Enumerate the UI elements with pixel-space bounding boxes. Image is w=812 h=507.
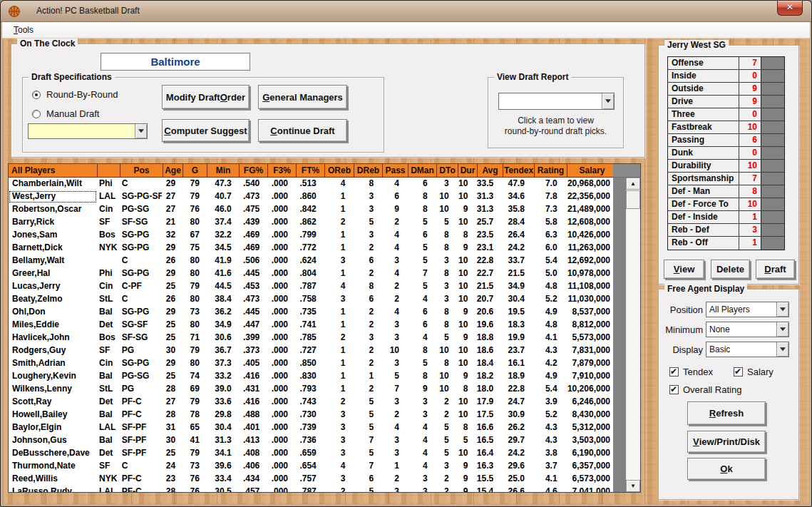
table-row[interactable]: Johnson,GusBalSF-PF304131.3.413.000.7363…: [9, 434, 613, 447]
stat-row: Sportsmanship7: [668, 173, 784, 185]
overall-rating-checkbox[interactable]: [669, 385, 679, 394]
chevron-down-icon[interactable]: [776, 342, 788, 357]
column-header-rating[interactable]: Rating: [535, 164, 567, 178]
vertical-scrollbar[interactable]: ▲ ▼: [626, 178, 640, 492]
refresh-button[interactable]: Refresh: [687, 401, 766, 425]
stat-value: 9: [739, 96, 761, 108]
table-row[interactable]: Rodgers,GuySFPG307936.7.373.000.72712108…: [9, 344, 613, 357]
column-header-fg-[interactable]: FG%: [240, 164, 268, 178]
column-header-ft-[interactable]: FT%: [297, 164, 325, 178]
overall-rating-label[interactable]: Overall Rating: [683, 384, 741, 395]
stat-label: Reb - Def: [668, 224, 739, 236]
general-managers-button[interactable]: General Managers: [258, 85, 347, 109]
stat-label: Passing: [668, 134, 739, 146]
scroll-up-icon[interactable]: ▲: [626, 178, 640, 190]
column-header-min[interactable]: Min: [207, 164, 240, 178]
manual-draft-combo-value: [29, 124, 135, 138]
stat-value: 0: [739, 108, 761, 121]
stat-row: Fastbreak10: [668, 121, 784, 134]
modify-draft-order-button[interactable]: Modify Draft Order: [162, 85, 250, 109]
draft-button[interactable]: Draft: [756, 260, 795, 279]
close-button[interactable]: ✕: [777, 1, 803, 16]
table-row[interactable]: Reed,WillisNYKPF-C237633.4.434.000.75736…: [9, 473, 613, 486]
table-row[interactable]: Thurmond,NateSFC247339.6.406.000.6544714…: [9, 460, 613, 473]
column-header-tendex[interactable]: Tendex: [503, 164, 535, 178]
computer-suggest-button[interactable]: Computer Suggest: [162, 119, 250, 142]
title-bar[interactable]: Action! PC Basketball Draft ✕: [1, 1, 811, 22]
column-header-g[interactable]: G: [183, 164, 207, 178]
table-row[interactable]: Wilkens,LennyStLPG286939.0.431.000.79312…: [9, 383, 613, 396]
table-row[interactable]: Miles,EddieDetSG-SF258034.9.447.000.7411…: [9, 319, 613, 332]
table-row[interactable]: Barry,RickSFSF-SG218037.4.439.000.862252…: [9, 216, 613, 229]
column-header-avg[interactable]: Avg: [478, 164, 503, 178]
table-row[interactable]: Havlicek,JohnBosSF-SG257130.6.399.000.78…: [9, 332, 613, 344]
basketball-icon: [9, 6, 20, 17]
view-draft-report-group: View Draft Report Click a team to view r…: [488, 77, 624, 148]
view-print-disk-button[interactable]: View/Print/Disk: [687, 431, 766, 453]
column-header-f3-[interactable]: F3%: [268, 164, 297, 178]
stat-value: 7: [739, 173, 761, 185]
table-row[interactable]: Greer,HalPhiSG-PG298041.6.445.000.804124…: [9, 267, 613, 280]
table-row[interactable]: DeBusschere,DaveDetSF-PF257934.1.408.000…: [9, 447, 613, 460]
delete-button[interactable]: Delete: [711, 260, 750, 279]
stat-label: Def - Inside: [668, 211, 739, 223]
tendex-checkbox[interactable]: [669, 367, 679, 377]
table-row[interactable]: Ohl,DonBalSG-PG297336.2.445.000.73512468…: [9, 306, 613, 319]
scroll-down-icon[interactable]: ▼: [626, 480, 640, 492]
table-row[interactable]: Robertson,OscarCinPG-SG277646.0.475.000.…: [9, 203, 613, 216]
chevron-down-icon[interactable]: [135, 124, 147, 138]
table-row[interactable]: LaRusso,RudyLALPF-C287630.5.457.000.7872…: [9, 486, 613, 492]
scrollbar-thumb[interactable]: [626, 190, 640, 209]
position-label: Position: [670, 304, 703, 315]
display-combo[interactable]: Basic: [706, 342, 789, 357]
table-row[interactable]: Beaty,ZelmoStLC268038.4.473.000.75836243…: [9, 293, 613, 306]
manual-draft-radio[interactable]: [32, 110, 41, 118]
table-row[interactable]: Chamberlain,WiltPhiC297947.3.540.000.513…: [9, 178, 613, 190]
table-row[interactable]: Howell,BaileyBalPF-C287829.8.488.000.730…: [9, 409, 613, 421]
salary-label[interactable]: Salary: [747, 367, 774, 377]
table-row[interactable]: Loughery,KevinBalPG-SG257433.2.416.000.8…: [9, 370, 613, 383]
column-header-oreb[interactable]: OReb: [325, 164, 354, 178]
draft-specifications-label: Draft Specifications: [29, 72, 115, 82]
view-draft-report-label: View Draft Report: [494, 72, 571, 82]
column-header-dto[interactable]: DTo: [437, 164, 458, 178]
column-header-dur[interactable]: Dur: [458, 164, 478, 178]
table-row[interactable]: Jones,SamBosSG-PG326732.2.469.000.799134…: [9, 229, 613, 242]
table-row[interactable]: Bellamy,WaltC268041.9.506.000.6243635310…: [9, 255, 613, 267]
manual-draft-combo[interactable]: [28, 123, 148, 139]
stat-value: 1: [739, 211, 761, 223]
table-row[interactable]: West,JerryLALSG-PG-SF277940.7.473.000.86…: [9, 190, 613, 203]
draft-report-combo[interactable]: [498, 93, 615, 110]
column-header-dman[interactable]: DMan: [408, 164, 437, 178]
minimum-combo[interactable]: None: [706, 322, 789, 337]
table-row[interactable]: Scott,RayDetPF-C277933.6.416.000.7432533…: [9, 396, 613, 409]
chevron-down-icon[interactable]: [776, 302, 788, 317]
menu-tools[interactable]: Tools: [8, 24, 39, 36]
manual-draft-label[interactable]: Manual Draft: [46, 108, 99, 119]
table-row[interactable]: Baylor,ElginLALSF-PF316530.4.401.000.739…: [9, 421, 613, 434]
chevron-down-icon[interactable]: [776, 322, 788, 337]
round-by-round-label[interactable]: Round-By-Round: [46, 89, 118, 100]
tendex-label[interactable]: Tendex: [683, 367, 713, 377]
stat-row: Passing6: [668, 134, 784, 147]
stat-label: Inside: [668, 70, 739, 82]
column-header-pos[interactable]: Pos: [120, 164, 163, 178]
continue-draft-button[interactable]: Continue Draft: [258, 119, 347, 142]
table-row[interactable]: Smith,AdrianCinSG-PG298037.3.405.000.850…: [9, 357, 613, 370]
draft-report-hint-line1: Click a team to view: [488, 116, 623, 126]
column-header-all-players[interactable]: All Players: [9, 164, 98, 178]
table-row[interactable]: Lucas,JerryCinC-PF257944.5.453.000.78748…: [9, 280, 613, 293]
ok-button[interactable]: Ok: [687, 458, 766, 480]
column-header-blank[interactable]: [98, 164, 120, 178]
column-header-age[interactable]: Age: [163, 164, 183, 178]
stat-label: Fastbreak: [668, 121, 739, 133]
position-combo[interactable]: All Players: [706, 302, 789, 317]
round-by-round-radio[interactable]: [32, 91, 41, 99]
chevron-down-icon[interactable]: [602, 93, 614, 109]
column-header-pass[interactable]: Pass: [383, 164, 408, 178]
table-row[interactable]: Barnett,DickNYKSG-PG297534.5.469.000.772…: [9, 242, 613, 255]
salary-checkbox[interactable]: [734, 367, 743, 377]
column-header-salary[interactable]: Salary: [567, 164, 617, 178]
view-button[interactable]: View: [664, 260, 704, 279]
column-header-dreb[interactable]: DReb: [354, 164, 383, 178]
